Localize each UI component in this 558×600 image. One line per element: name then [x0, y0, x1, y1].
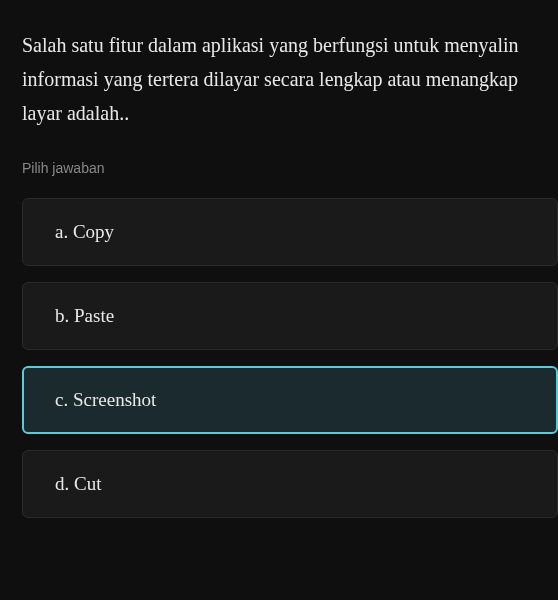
- answer-section: Pilih jawaban a. Copy b. Paste c. Screen…: [0, 160, 558, 518]
- option-d[interactable]: d. Cut: [22, 450, 558, 518]
- options-list: a. Copy b. Paste c. Screenshot d. Cut: [22, 198, 558, 518]
- answer-prompt: Pilih jawaban: [22, 160, 558, 176]
- option-b[interactable]: b. Paste: [22, 282, 558, 350]
- option-a[interactable]: a. Copy: [22, 198, 558, 266]
- option-c[interactable]: c. Screenshot: [22, 366, 558, 434]
- question-container: Salah satu fitur dalam aplikasi yang ber…: [0, 0, 558, 160]
- question-text: Salah satu fitur dalam aplikasi yang ber…: [22, 28, 536, 130]
